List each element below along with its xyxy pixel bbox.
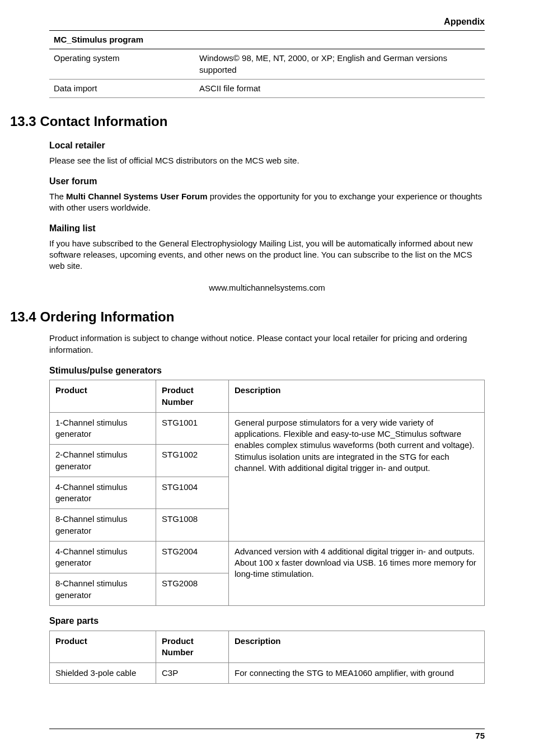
cell-product: Shielded 3-pole cable — [50, 663, 156, 684]
sub-spare-parts: Spare parts — [49, 615, 485, 627]
cell-number: STG2004 — [156, 541, 229, 573]
table-row: 4-Channel stimulus generator STG2004 Adv… — [50, 541, 485, 573]
page-number: 75 — [475, 730, 485, 741]
forum-name: Multi Channel Systems User Forum — [66, 192, 208, 201]
table-row: 1-Channel stimulus generator STG1001 Gen… — [50, 412, 485, 445]
text: The — [49, 192, 66, 201]
th-product: Product — [50, 631, 156, 663]
cell-number: STG1002 — [156, 445, 229, 477]
th-number: Product Number — [156, 631, 229, 663]
url-text: www.multichannelsystems.com — [49, 282, 485, 293]
cell-number: C3P — [156, 663, 229, 684]
cell-product: 2-Channel stimulus generator — [50, 445, 156, 477]
cell-number: STG1008 — [156, 509, 229, 542]
cell-number: STG1001 — [156, 412, 229, 445]
footer-rule — [49, 729, 485, 729]
para-forum: The Multi Channel Systems User Forum pro… — [49, 191, 485, 214]
cell-product: 8-Channel stimulus generator — [50, 573, 156, 606]
cell-product: 4-Channel stimulus generator — [50, 541, 156, 573]
para-order-intro: Product information is subject to change… — [49, 333, 485, 356]
cell-product: 4-Channel stimulus generator — [50, 477, 156, 509]
mc-stimulus-table: MC_Stimulus program Operating system Win… — [49, 30, 485, 98]
cell-product: 8-Channel stimulus generator — [50, 509, 156, 542]
cell-desc-group2: Advanced version with 4 additional digit… — [229, 541, 485, 605]
cell-number: STG2008 — [156, 573, 229, 606]
generators-table: Product Product Number Description 1-Cha… — [49, 380, 485, 606]
spec-key: Operating system — [49, 49, 195, 80]
table-row: Shielded 3-pole cable C3P For connecting… — [50, 663, 485, 684]
para-retailer: Please see the list of official MCS dist… — [49, 155, 485, 166]
th-product: Product — [50, 380, 156, 413]
header-section: Appendix — [444, 16, 485, 28]
sub-stimulus-gen: Stimulus/pulse generators — [49, 365, 485, 377]
para-mailing: If you have subscribed to the General El… — [49, 238, 485, 272]
cell-desc-group1: General purpose stimulators for a very w… — [229, 412, 485, 541]
table-row: Operating system Windows© 98, ME, NT, 20… — [49, 49, 485, 80]
table-row: Data import ASCII file format — [49, 79, 485, 97]
spec-val: ASCII file format — [195, 79, 485, 97]
spec-val: Windows© 98, ME, NT, 2000, or XP; Englis… — [195, 49, 485, 80]
sub-local-retailer: Local retailer — [49, 139, 485, 152]
sub-user-forum: User forum — [49, 175, 485, 188]
th-number: Product Number — [156, 380, 229, 413]
sub-mailing-list: Mailing list — [49, 222, 485, 235]
cell-product: 1-Channel stimulus generator — [50, 412, 156, 445]
heading-134: 13.4 Ordering Information — [10, 308, 485, 326]
spare-parts-table: Product Product Number Description Shiel… — [49, 631, 485, 684]
cell-number: STG1004 — [156, 477, 229, 509]
cell-desc: For connecting the STG to MEA1060 amplif… — [229, 663, 485, 684]
heading-133: 13.3 Contact Information — [10, 113, 485, 130]
th-desc: Description — [229, 380, 485, 413]
th-desc: Description — [229, 631, 485, 663]
table1-title: MC_Stimulus program — [49, 31, 485, 49]
spec-key: Data import — [49, 79, 195, 97]
